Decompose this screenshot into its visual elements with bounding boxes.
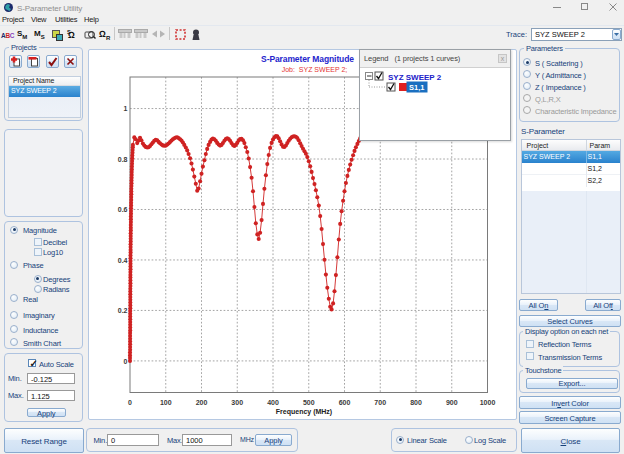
svg-text:0.2: 0.2 xyxy=(118,307,128,314)
svg-text:0: 0 xyxy=(124,357,128,364)
svg-text:0.6: 0.6 xyxy=(118,206,128,213)
svg-text:0.8: 0.8 xyxy=(118,155,128,162)
svg-text:0.4: 0.4 xyxy=(118,256,128,263)
svg-text:700: 700 xyxy=(374,399,386,406)
svg-text:100: 100 xyxy=(160,399,172,406)
svg-text:300: 300 xyxy=(231,399,243,406)
svg-text:200: 200 xyxy=(196,399,208,406)
svg-text:900: 900 xyxy=(446,399,458,406)
svg-text:S1,1: S1,1 xyxy=(409,83,424,92)
svg-text:1: 1 xyxy=(124,105,128,112)
svg-text:800: 800 xyxy=(410,399,422,406)
svg-text:500: 500 xyxy=(303,399,315,406)
svg-text:1000: 1000 xyxy=(480,399,496,406)
svg-text:400: 400 xyxy=(267,399,279,406)
svg-text:600: 600 xyxy=(339,399,351,406)
svg-text:SYZ SWEEP 2: SYZ SWEEP 2 xyxy=(388,73,442,82)
svg-text:0: 0 xyxy=(128,399,132,406)
